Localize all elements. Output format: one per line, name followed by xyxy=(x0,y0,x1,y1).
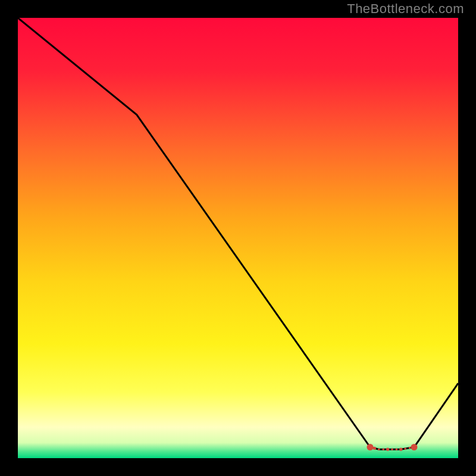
flat-marker-dot xyxy=(399,448,402,451)
flat-marker-dot xyxy=(404,447,406,450)
flat-marker-dot xyxy=(378,448,380,450)
watermark-text: TheBottleneck.com xyxy=(347,1,464,17)
chart-plot xyxy=(18,18,458,458)
flat-marker-dot xyxy=(396,448,398,450)
gradient-background xyxy=(18,18,458,458)
flat-marker-endpoint xyxy=(367,444,374,450)
flat-marker-endpoint xyxy=(411,444,418,450)
chart-frame: TheBottleneck.com xyxy=(0,0,476,476)
flat-marker-dot xyxy=(386,448,389,451)
flat-marker-dot xyxy=(373,447,376,450)
flat-marker-dot xyxy=(382,448,384,450)
flat-marker-dot xyxy=(409,447,411,449)
flat-marker-dot xyxy=(391,448,393,450)
